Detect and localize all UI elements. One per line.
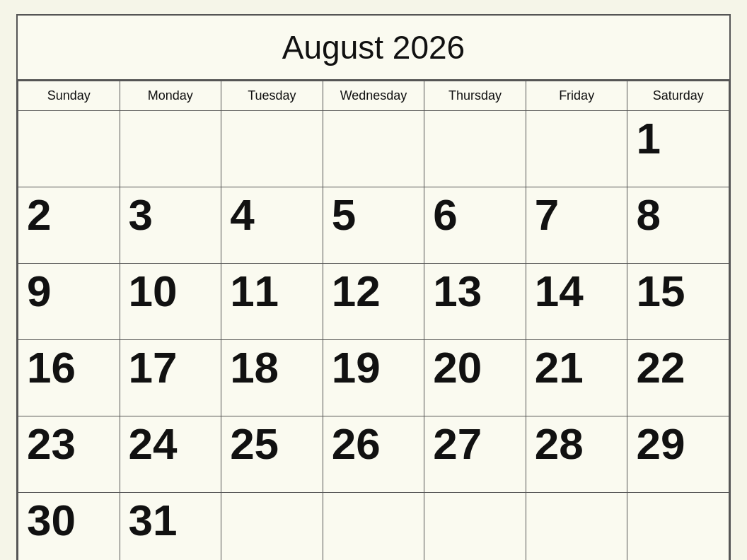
day-cell: 24: [120, 416, 222, 493]
day-cell: 11: [221, 264, 323, 340]
empty-day-cell: [18, 111, 120, 187]
day-cell: 22: [627, 340, 729, 416]
day-number: 22: [636, 346, 685, 390]
day-number: 2: [27, 193, 51, 237]
day-number: 5: [332, 193, 356, 237]
day-number: 10: [129, 269, 178, 313]
day-cell: 16: [18, 340, 120, 416]
day-cell: 1: [627, 111, 729, 187]
day-cell: 14: [526, 264, 628, 340]
calendar: August 2026 SundayMondayTuesdayWednesday…: [16, 14, 731, 560]
day-header: Thursday: [424, 81, 526, 111]
day-number: 29: [636, 422, 685, 466]
empty-day-cell: [221, 493, 323, 560]
day-number: 30: [27, 498, 76, 542]
day-cell: 9: [18, 264, 120, 340]
day-number: 18: [230, 346, 279, 390]
day-number: 6: [433, 193, 457, 237]
day-cell: 26: [323, 416, 425, 493]
day-number: 25: [230, 422, 279, 466]
day-number: 14: [535, 269, 584, 313]
day-cell: 4: [221, 187, 323, 264]
day-cell: 8: [627, 187, 729, 264]
empty-day-cell: [323, 493, 425, 560]
day-cell: 20: [424, 340, 526, 416]
empty-day-cell: [221, 111, 323, 187]
day-header: Saturday: [627, 81, 729, 111]
day-cell: 18: [221, 340, 323, 416]
day-cell: 13: [424, 264, 526, 340]
empty-day-cell: [120, 111, 222, 187]
day-number: 19: [332, 346, 381, 390]
day-number: 28: [535, 422, 584, 466]
day-cell: 31: [120, 493, 222, 560]
day-number: 26: [332, 422, 381, 466]
day-number: 9: [27, 269, 51, 313]
day-number: 21: [535, 346, 584, 390]
day-number: 8: [636, 193, 660, 237]
empty-day-cell: [526, 493, 628, 560]
day-cell: 5: [323, 187, 425, 264]
day-header: Wednesday: [323, 81, 425, 111]
day-header: Monday: [120, 81, 222, 111]
day-number: 15: [636, 269, 685, 313]
calendar-grid: SundayMondayTuesdayWednesdayThursdayFrid…: [18, 81, 729, 560]
day-number: 3: [129, 193, 153, 237]
day-cell: 25: [221, 416, 323, 493]
day-number: 31: [129, 498, 178, 542]
day-cell: 2: [18, 187, 120, 264]
day-cell: 10: [120, 264, 222, 340]
day-header: Sunday: [18, 81, 120, 111]
day-cell: 15: [627, 264, 729, 340]
day-number: 17: [129, 346, 178, 390]
day-cell: 3: [120, 187, 222, 264]
day-cell: 21: [526, 340, 628, 416]
day-cell: 17: [120, 340, 222, 416]
day-number: 20: [433, 346, 482, 390]
day-cell: 29: [627, 416, 729, 493]
day-cell: 19: [323, 340, 425, 416]
day-header: Tuesday: [221, 81, 323, 111]
calendar-title: August 2026: [18, 16, 729, 81]
day-number: 24: [129, 422, 178, 466]
day-number: 23: [27, 422, 76, 466]
day-cell: 23: [18, 416, 120, 493]
empty-day-cell: [424, 493, 526, 560]
empty-day-cell: [526, 111, 628, 187]
day-cell: 28: [526, 416, 628, 493]
day-number: 13: [433, 269, 482, 313]
day-cell: 12: [323, 264, 425, 340]
empty-day-cell: [424, 111, 526, 187]
day-number: 11: [230, 269, 279, 313]
day-cell: 6: [424, 187, 526, 264]
day-number: 12: [332, 269, 381, 313]
day-cell: 27: [424, 416, 526, 493]
day-cell: 30: [18, 493, 120, 560]
day-number: 4: [230, 193, 254, 237]
day-number: 16: [27, 346, 76, 390]
day-number: 1: [636, 117, 660, 161]
empty-day-cell: [627, 493, 729, 560]
empty-day-cell: [323, 111, 425, 187]
day-number: 27: [433, 422, 482, 466]
day-header: Friday: [526, 81, 628, 111]
day-cell: 7: [526, 187, 628, 264]
day-number: 7: [535, 193, 559, 237]
